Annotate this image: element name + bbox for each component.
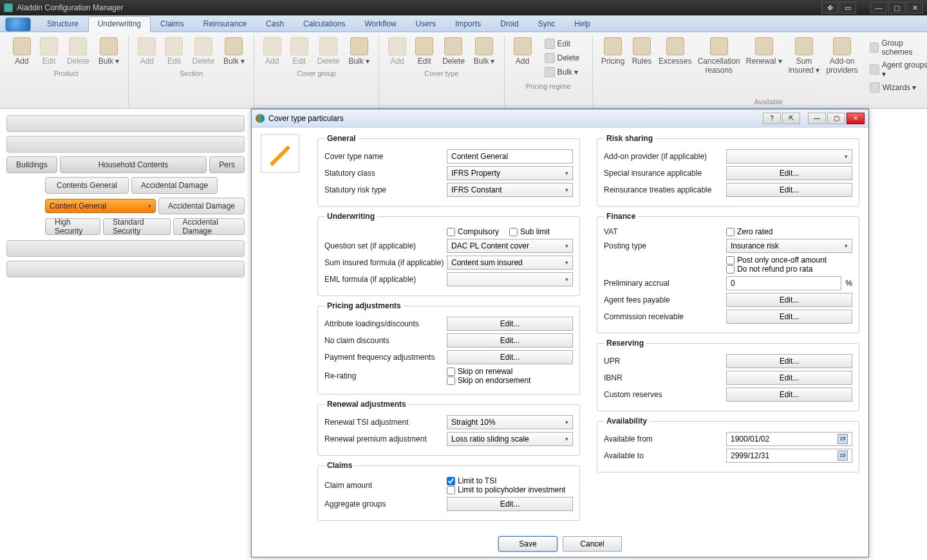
ribbon-small-button[interactable]: Agent groups ▾ bbox=[866, 59, 927, 80]
ibnr-label: IBNR bbox=[604, 373, 726, 382]
cover-pill[interactable]: Content General bbox=[45, 199, 156, 213]
skip-endorsement-checkbox[interactable] bbox=[447, 377, 455, 385]
no-refund-checkbox[interactable] bbox=[726, 265, 735, 274]
risk-sharing-group: Risk sharing Add-on provider (if applica… bbox=[597, 134, 859, 207]
reinsurance-treaties-edit-button[interactable]: Edit... bbox=[726, 183, 852, 197]
sublimit-checkbox[interactable] bbox=[509, 228, 518, 236]
ribbon-deletebutton[interactable]: Delete bbox=[438, 36, 469, 67]
menu-tab-imports[interactable]: Imports bbox=[445, 16, 491, 32]
cancel-button[interactable]: Cancel bbox=[563, 536, 622, 552]
ribbon-editbutton[interactable]: Edit bbox=[411, 36, 437, 67]
question-set-select[interactable]: DAC PL Content cover bbox=[447, 239, 573, 253]
risk-sharing-legend: Risk sharing bbox=[604, 134, 655, 143]
ribbon-icon bbox=[263, 37, 281, 55]
ribbon-rulesbutton[interactable]: Rules bbox=[629, 36, 655, 95]
aggregate-groups-edit-button[interactable]: Edit... bbox=[447, 497, 573, 511]
ribbon-small-button[interactable]: Edit bbox=[541, 37, 584, 50]
zero-rated-checkbox[interactable] bbox=[726, 228, 735, 236]
posting-type-select[interactable]: Insurance risk bbox=[726, 239, 852, 253]
ribbon-small-button[interactable]: Delete bbox=[541, 51, 584, 64]
ribbon-small-button[interactable]: Wizards ▾ bbox=[866, 81, 927, 94]
cover-pill[interactable]: Accidental Damage bbox=[131, 177, 218, 194]
payment-freq-edit-button[interactable]: Edit... bbox=[447, 350, 573, 364]
skip-renewal-checkbox[interactable] bbox=[447, 368, 455, 376]
sum-insured-select[interactable]: Content sum insured bbox=[447, 256, 573, 270]
left-tab[interactable]: Buildings bbox=[6, 156, 57, 173]
ribbon-bulk-button[interactable]: Bulk ▾ bbox=[344, 36, 373, 67]
statutory-class-select[interactable]: IFRS Property bbox=[447, 166, 573, 180]
dialog-pin-button[interactable]: ⇱ bbox=[782, 113, 800, 124]
close-button[interactable]: ✕ bbox=[906, 2, 923, 14]
post-once-checkbox[interactable] bbox=[726, 256, 735, 265]
menu-tab-users[interactable]: Users bbox=[406, 16, 445, 32]
limit-policyholder-checkbox[interactable] bbox=[447, 486, 455, 494]
calendar-icon[interactable]: 15 bbox=[838, 451, 848, 461]
ibnr-edit-button[interactable]: Edit... bbox=[726, 371, 852, 385]
available-from-input[interactable]: 1900/01/0215 bbox=[726, 432, 852, 446]
commission-edit-button[interactable]: Edit... bbox=[726, 310, 852, 324]
cover-pill[interactable]: Standard Security bbox=[103, 218, 171, 235]
ribbon-bulk-button[interactable]: Bulk ▾ bbox=[220, 36, 248, 67]
available-to-input[interactable]: 2999/12/3115 bbox=[726, 449, 852, 463]
ribbon-excessesbutton[interactable]: Excesses bbox=[656, 36, 694, 95]
upr-edit-button[interactable]: Edit... bbox=[726, 354, 852, 368]
ribbon-small-button[interactable]: Bulk ▾ bbox=[541, 66, 584, 79]
ribbon-addbutton[interactable]: Add bbox=[510, 36, 536, 80]
eml-formula-select[interactable] bbox=[447, 272, 573, 286]
dialog-close-button[interactable]: ✕ bbox=[847, 113, 865, 124]
move-icon[interactable]: ✥ bbox=[821, 2, 838, 14]
no-claim-edit-button[interactable]: Edit... bbox=[447, 333, 573, 348]
layout-icon[interactable]: ▭ bbox=[839, 2, 856, 14]
renewal-premium-select[interactable]: Loss ratio sliding scale bbox=[447, 432, 573, 446]
ribbon-label: Bulk ▾ bbox=[223, 57, 245, 66]
maximize-button[interactable]: ▢ bbox=[888, 2, 905, 14]
cover-pill[interactable]: Accidental Damage bbox=[158, 198, 245, 214]
calendar-icon[interactable]: 15 bbox=[838, 434, 848, 444]
app-logo-icon[interactable] bbox=[5, 17, 31, 32]
ribbon-add-on-providersbutton[interactable]: Add-on providers bbox=[823, 36, 860, 95]
left-tab[interactable]: Household Contents bbox=[60, 156, 207, 173]
menu-tab-cash[interactable]: Cash bbox=[256, 16, 294, 32]
menu-tab-underwriting[interactable]: Underwriting bbox=[88, 16, 151, 32]
ribbon-addbutton[interactable]: Add bbox=[9, 36, 35, 67]
cover-pill[interactable]: Contents General bbox=[45, 177, 129, 194]
save-button[interactable]: Save bbox=[498, 536, 557, 552]
statutory-risk-label: Statutory risk type bbox=[324, 185, 447, 194]
custom-reserves-edit-button[interactable]: Edit... bbox=[726, 387, 852, 402]
menu-tab-help[interactable]: Help bbox=[565, 16, 600, 32]
attr-loadings-edit-button[interactable]: Edit... bbox=[447, 317, 573, 331]
statutory-risk-select[interactable]: IFRS Constant bbox=[447, 183, 573, 197]
preliminary-accrual-input[interactable] bbox=[726, 276, 841, 290]
ribbon-sum-insured-button[interactable]: Sum insured ▾ bbox=[786, 36, 823, 95]
cover-type-name-input[interactable] bbox=[447, 149, 573, 163]
ribbon-renewal-button[interactable]: Renewal ▾ bbox=[744, 36, 785, 95]
ribbon-small-button[interactable]: Group schemes bbox=[866, 37, 927, 58]
menu-tab-calculations[interactable]: Calculations bbox=[294, 16, 355, 32]
dialog-help-button[interactable]: ? bbox=[763, 113, 781, 124]
dialog-maximize-button[interactable]: ▢ bbox=[827, 113, 845, 124]
cover-pill[interactable]: High Security bbox=[45, 218, 100, 235]
minimize-button[interactable]: — bbox=[870, 2, 887, 14]
menu-tab-droid[interactable]: Droid bbox=[491, 16, 529, 32]
dialog-minimize-button[interactable]: — bbox=[808, 113, 826, 124]
ribbon-bulk-button[interactable]: Bulk ▾ bbox=[95, 36, 124, 67]
menu-tab-reinsurance[interactable]: Reinsurance bbox=[194, 16, 256, 32]
menu-tab-claims[interactable]: Claims bbox=[151, 16, 194, 32]
agent-fees-edit-button[interactable]: Edit... bbox=[726, 293, 852, 307]
ribbon-cancellation-reasonsbutton[interactable]: Cancellation reasons bbox=[695, 36, 742, 95]
special-insurance-edit-button[interactable]: Edit... bbox=[726, 166, 852, 180]
cover-pill[interactable]: Accidental Damage bbox=[173, 218, 245, 235]
menu-tab-workflow[interactable]: Workflow bbox=[355, 16, 406, 32]
left-tab[interactable]: Pers bbox=[209, 156, 245, 173]
menu-tab-structure[interactable]: Structure bbox=[37, 16, 88, 32]
ribbon-pricingbutton[interactable]: Pricing bbox=[598, 36, 628, 95]
renewal-group: Renewal adjustments Renewal TSI adjustme… bbox=[317, 400, 580, 456]
limit-tsi-checkbox[interactable] bbox=[447, 477, 455, 485]
compulsory-checkbox[interactable] bbox=[447, 228, 455, 236]
menu-tab-sync[interactable]: Sync bbox=[529, 16, 565, 32]
renewal-tsi-select[interactable]: Straight 10% bbox=[447, 415, 573, 429]
ribbon-bulk-button[interactable]: Bulk ▾ bbox=[470, 36, 499, 67]
no-claim-label: No claim discounts bbox=[324, 336, 447, 345]
ribbon-icon bbox=[225, 37, 243, 55]
addon-provider-select[interactable] bbox=[726, 149, 852, 163]
